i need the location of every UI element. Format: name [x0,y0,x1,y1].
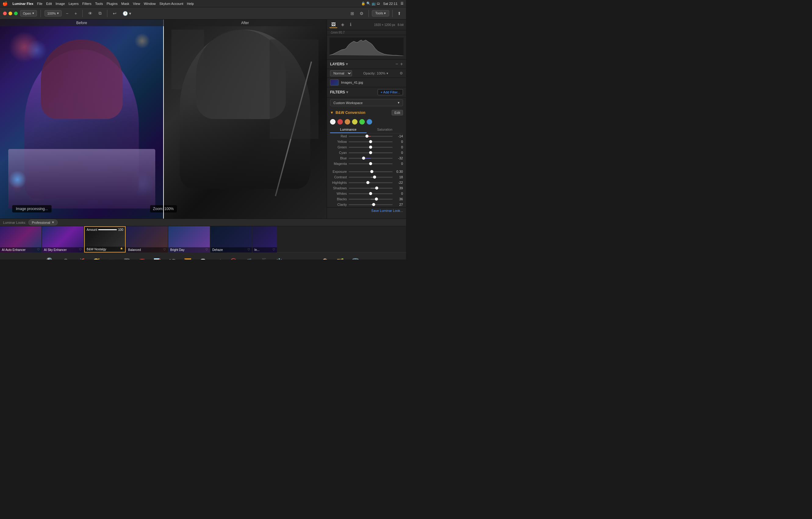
info-icon-tab[interactable]: ℹ [348,21,353,28]
layers-icon-tab[interactable]: ◈ [339,21,346,28]
close-button[interactable] [3,11,7,15]
slider-whites-thumb[interactable] [369,192,372,195]
dock-trash[interactable]: 🗑️ [349,255,362,260]
dock-noreads[interactable]: 🚫 [227,255,240,260]
minimize-button[interactable] [8,11,12,15]
photo-icon[interactable]: 🖼 [329,21,337,28]
swatch-yellow[interactable] [352,119,357,125]
menu-layers[interactable]: Layers [69,2,79,5]
look-item-bright-day[interactable]: Bright Day ♡ [168,226,210,252]
menu-help[interactable]: Help [187,2,194,5]
layer-settings-icon[interactable]: ⚙ [400,71,403,75]
slider-contrast-thumb[interactable] [373,175,376,179]
menu-tools[interactable]: Tools [95,2,103,5]
tools-dropdown-button[interactable]: Tools ▾ [372,10,389,17]
tab-luminance[interactable]: Luminance [330,127,367,133]
menu-edit[interactable]: Edit [46,2,52,5]
slider-magenta-thumb[interactable] [369,162,372,165]
category-professional-button[interactable]: Professional ✕ [28,219,58,225]
history-button[interactable]: 🕐 ▾ [121,10,133,17]
slider-contrast-track[interactable] [349,177,393,178]
dock-preview[interactable]: 🗂 [303,255,317,260]
dock-maps[interactable]: 🗺️ [166,255,179,260]
save-looks-button[interactable]: Save Luminar Look... [327,208,406,214]
bw-edit-button[interactable]: Edit [392,110,403,115]
dock-notes-brown[interactable]: 📓 [120,255,134,260]
slider-red-thumb[interactable] [366,135,369,138]
dock-launchpad[interactable]: 🚀 [75,255,88,260]
dock-notes[interactable]: 📝 [151,255,164,260]
dock-terminal[interactable]: 💻 [288,255,301,260]
slider-exposure-track[interactable] [349,171,393,172]
swatch-green[interactable] [359,119,365,125]
blend-mode-select[interactable]: Normal Multiply Screen [330,70,352,76]
slider-exposure-thumb[interactable] [370,170,373,173]
look-item-more[interactable]: In... ♡ [253,226,277,252]
slider-cyan-thumb[interactable] [369,151,372,154]
slider-magenta-track[interactable] [349,163,393,164]
menu-skylum[interactable]: Skylum Account [160,2,183,5]
menu-filters[interactable]: Filters [82,2,91,5]
menu-mask[interactable]: Mask [121,2,129,5]
swatch-cyan[interactable] [367,119,372,125]
swatch-red[interactable] [337,119,343,125]
tab-saturation[interactable]: Saturation [367,127,403,133]
preview-toggle-icon[interactable]: 👁 [86,10,94,17]
dock-mail[interactable]: ✉️ [105,255,118,260]
split-view-icon[interactable]: ⧉ [97,9,104,17]
menu-image[interactable]: Image [56,2,65,5]
apple-menu-icon[interactable]: 🍎 [2,1,8,6]
slider-clarity-thumb[interactable] [372,203,375,206]
look-item-dehaze[interactable]: Dehaze ♡ [210,226,252,252]
split-line[interactable] [163,20,164,219]
menu-hamburger-icon[interactable]: ☰ [401,2,404,5]
slider-red-track[interactable] [349,136,393,137]
slider-highlights-track[interactable] [349,182,393,183]
look-item-balanced[interactable]: Balanced ♡ [126,226,168,252]
dock-calendar[interactable]: 📅 [136,255,149,260]
slider-whites-track[interactable] [349,193,393,194]
adjustments-icon[interactable]: ⚙ [358,10,366,17]
look-item-bw-nostalgy[interactable]: Amount 100 B&W Nostalgy ★ [84,226,126,252]
layers-add-button[interactable]: + [400,61,403,67]
slider-green-thumb[interactable] [369,146,372,149]
dock-finder[interactable]: 🔍 [44,255,57,260]
dock-messages[interactable]: 💬 [197,255,210,260]
dock-music[interactable]: 🎵 [242,255,256,260]
canvas-image[interactable] [0,20,327,219]
zoom-out-button[interactable]: − [64,10,70,17]
swatch-white[interactable] [330,119,336,125]
dock-unknown[interactable]: 📦 [318,255,332,260]
dock-appstore[interactable]: 📱 [257,255,271,260]
slider-blue-track[interactable] [349,158,393,159]
slider-shadows-track[interactable] [349,188,393,189]
dock-siri[interactable]: 🎙 [59,255,72,260]
slider-green-track[interactable] [349,147,393,148]
dock-photos[interactable]: 🖼️ [181,255,195,260]
dock-facetime[interactable]: 📹 [212,255,225,260]
layers-subtract-button[interactable]: − [395,61,398,67]
menu-file[interactable]: File [37,2,42,5]
fullscreen-button[interactable] [14,11,18,15]
zoom-control[interactable]: 100% ▾ [45,10,62,17]
zoom-in-button[interactable]: + [72,10,79,17]
undo-button[interactable]: ↩ [111,10,118,17]
slider-shadows-thumb[interactable] [375,187,378,190]
add-filter-button[interactable]: + Add Filter... [378,89,403,95]
bw-conversion-header[interactable]: ▼ B&W Conversion Edit [327,108,406,117]
slider-yellow-track[interactable] [349,141,393,142]
menu-plugins[interactable]: Plugins [107,2,117,5]
slider-highlights-thumb[interactable] [366,181,369,184]
slider-blacks-thumb[interactable] [375,197,378,200]
dock-settings[interactable]: ⚙️ [273,255,286,260]
menu-window[interactable]: Window [144,2,155,5]
panels-grid-icon[interactable]: ⊞ [349,10,356,17]
category-close-icon[interactable]: ✕ [52,220,54,224]
slider-blacks-track[interactable] [349,199,393,200]
slider-clarity-track[interactable] [349,204,393,205]
look-item-auto-enhancer[interactable]: AI Auto Enhancer ♡ [0,226,41,252]
slider-cyan-track[interactable] [349,152,393,153]
swatch-orange[interactable] [345,119,350,125]
slider-yellow-thumb[interactable] [369,140,372,143]
menu-view[interactable]: View [133,2,140,5]
